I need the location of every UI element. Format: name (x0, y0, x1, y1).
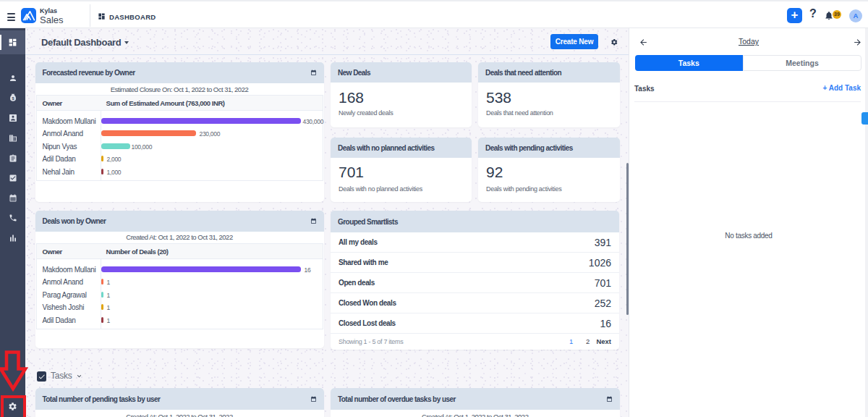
svg-text:$: $ (12, 96, 14, 101)
